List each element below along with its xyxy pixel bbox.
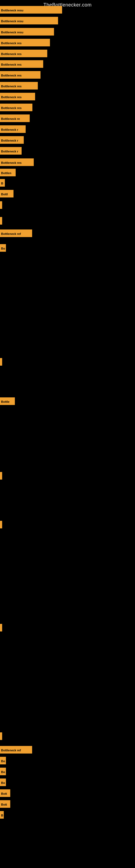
bar-row: Bottleneck resu <box>0 6 62 13</box>
bar-row <box>0 358 2 366</box>
bar-label <box>0 217 2 225</box>
bar-label: Bo <box>0 778 6 786</box>
bar-row: Bottleneck resu <box>0 28 54 35</box>
bar-label <box>0 358 2 366</box>
bar-label: Bottleneck r <box>0 125 26 133</box>
bar-row: Bottleneck r <box>0 147 21 155</box>
bar-label: Bottleneck r <box>0 147 21 155</box>
bar-row: Bottleneck ref <box>0 746 32 753</box>
bar-row: Bottle <box>0 397 15 405</box>
bar-label: Bottleneck res <box>0 71 41 79</box>
bar-label: Bottleneck res <box>0 39 50 46</box>
bar-row: Bottleneck res <box>0 104 32 111</box>
bar-label: Bottleneck res <box>0 82 38 90</box>
bar-label <box>0 624 2 631</box>
bar-label: Bottleneck res <box>0 93 35 100</box>
bar-label: Bo <box>0 757 6 764</box>
bar-label: Bottleneck res <box>0 60 43 68</box>
bar-row: Bottleneck res <box>0 71 41 79</box>
bar-row: B <box>0 811 4 818</box>
bar-label: Bottleneck res <box>0 104 32 111</box>
bar-row <box>0 733 2 740</box>
bar-row: Bottleneck r <box>0 136 24 144</box>
bar-label: Bottleneck res <box>0 50 47 57</box>
bar-row: Bottleneck res <box>0 82 38 90</box>
bar-row: Bo <box>0 778 6 786</box>
bar-row: Bott <box>0 800 10 808</box>
bar-label: Bott <box>0 800 10 808</box>
bar-label: B <box>0 811 4 818</box>
bar-row: Bottleneck re <box>0 115 30 122</box>
bar-label: Bottleneck resu <box>0 28 54 35</box>
bar-label: Bottleneck ref <box>0 746 32 753</box>
bar-label: Bo <box>0 244 6 252</box>
bar-row: Bo <box>0 768 6 775</box>
bar-row <box>0 624 2 631</box>
bar-row <box>0 472 2 479</box>
bar-row: Bottleneck res <box>0 60 43 68</box>
bar-label: B <box>0 179 5 187</box>
bar-row: Bottleneck res <box>0 93 35 100</box>
bar-row <box>0 217 2 225</box>
bar-row: Bottleneck res <box>0 39 50 46</box>
bar-label: Bottle <box>0 397 15 405</box>
bar-label: Bott <box>0 789 10 797</box>
bar-row: Bottleneck resu <box>0 17 58 24</box>
bar-row: Bottleneck res <box>0 50 47 57</box>
bar-row: Bottlen <box>0 169 16 176</box>
bar-label: Bottleneck resu <box>0 17 58 24</box>
bar-row: B <box>0 179 5 187</box>
bar-label: Bo <box>0 768 6 775</box>
bar-label: Bottl <box>0 190 13 197</box>
bar-row: Bottleneck ref <box>0 229 32 237</box>
bar-label: Bottleneck res <box>0 158 34 166</box>
bar-row <box>0 201 2 209</box>
bar-row: Bottleneck res <box>0 158 34 166</box>
bar-label <box>0 201 2 209</box>
bar-label: Bottleneck resu <box>0 6 62 13</box>
bar-label: Bottlen <box>0 169 16 176</box>
bar-row: Bottl <box>0 190 13 197</box>
bar-row <box>0 521 2 528</box>
bar-label <box>0 733 2 740</box>
bar-row: Bottleneck r <box>0 125 26 133</box>
bar-row: Bott <box>0 789 10 797</box>
bar-label <box>0 521 2 528</box>
bar-row: Bo <box>0 757 6 764</box>
bar-row: Bo <box>0 244 6 252</box>
bar-label: Bottleneck r <box>0 136 24 144</box>
bar-label <box>0 472 2 479</box>
bar-label: Bottleneck ref <box>0 229 32 237</box>
bar-label: Bottleneck re <box>0 115 30 122</box>
